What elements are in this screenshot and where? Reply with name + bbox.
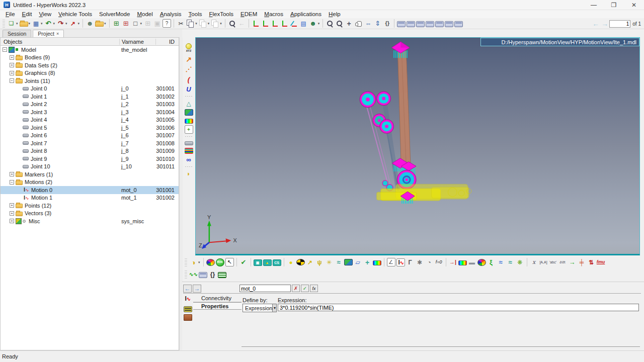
menu-applications[interactable]: Applications [287, 11, 325, 17]
user-view-icon[interactable]: ☻ [309, 19, 317, 28]
tree-row-joints-11[interactable]: −Joints (11) [1, 77, 179, 85]
expand-icon-graphics-8[interactable]: + [10, 71, 14, 75]
spline-tool-icon[interactable]: U [185, 85, 193, 94]
toolbar-grip[interactable] [185, 258, 187, 266]
plot-curves-icon[interactable]: ∿∿ [189, 270, 198, 279]
solid-entity-icon[interactable] [344, 259, 353, 265]
joint-tool-icon[interactable] [185, 141, 193, 145]
help-window-icon[interactable]: ? [163, 19, 171, 28]
graphics-viewport[interactable]: Y X Z D:/Hyperspawn/MotionView/HYP/Motio… [195, 37, 640, 255]
tree-row-model[interactable]: −Modelthe_model [1, 46, 179, 54]
undo-icon-caret[interactable]: ▾ [53, 22, 55, 26]
graphic-tool-icon[interactable]: ✦ [185, 125, 193, 134]
menu-solvermode[interactable]: SolverMode [96, 11, 133, 17]
spring-tool-icon[interactable] [185, 148, 193, 154]
new-window-icon[interactable]: ⊞ [112, 19, 121, 28]
image-plane-icon[interactable]: ▣ [254, 259, 262, 266]
tree-row-points-12[interactable]: +Points (12) [1, 202, 179, 210]
warning-set-icon[interactable]: ▲ [263, 259, 272, 266]
accept-button[interactable]: ✓ [301, 285, 309, 292]
tree-row-joint-5[interactable]: Joint 5j_5301006 [1, 124, 179, 132]
tree-row-graphics-8[interactable]: +Graphics (8) [1, 69, 179, 77]
pulley-1[interactable] [360, 92, 376, 108]
close-window-icon[interactable]: ⊞ [122, 19, 130, 28]
delete-button[interactable]: ✗ [292, 285, 300, 292]
page-prev-icon[interactable] [445, 21, 453, 27]
fan-entity-icon[interactable]: ψ [315, 258, 324, 266]
vector-entity-icon[interactable]: ↗ [306, 258, 314, 266]
damper-icon[interactable]: ▬ [468, 258, 476, 266]
stop-arrow-icon[interactable]: →| [449, 258, 457, 266]
tab-project[interactable]: Project × [33, 30, 64, 37]
page-next-icon[interactable] [454, 21, 463, 27]
arrows-horizontal-icon[interactable]: ⇔ [364, 19, 372, 28]
tree-row-motion-1[interactable]: Motion 1mot_1301002 [1, 194, 179, 202]
expand-icon-vectors-3[interactable]: + [10, 211, 14, 216]
color-wheel-icon[interactable] [206, 259, 215, 266]
zoom-fit-icon[interactable] [228, 20, 236, 28]
menu-edit[interactable]: Edit [19, 11, 36, 17]
view-iso-icon[interactable] [290, 20, 298, 28]
expand-icon-markers-1[interactable]: + [10, 172, 14, 176]
panel-forward-button[interactable]: → [193, 285, 201, 293]
organize-icon[interactable] [95, 22, 104, 27]
tree-row-joint-10[interactable]: Joint 10j_10301011 [1, 163, 179, 171]
ddt-icon[interactable]: ∂/∂t [558, 258, 567, 266]
view-xy-icon[interactable] [252, 20, 260, 28]
bushing-tool-icon[interactable]: ∞ [185, 155, 193, 164]
expand-icon-data-sets-2[interactable]: + [10, 63, 14, 67]
restore-button[interactable]: ❐ [604, 0, 624, 10]
pan-cross-icon[interactable]: + [345, 19, 353, 28]
table-copy-icon[interactable] [199, 272, 207, 278]
chevron-down-icon[interactable]: ▼ [272, 304, 276, 312]
pulley-4[interactable] [380, 119, 394, 133]
shade-mode-icon[interactable]: ◑ [189, 258, 198, 266]
braces-icon[interactable]: {} [208, 270, 217, 279]
varname-input[interactable] [239, 285, 291, 292]
view-xz-icon[interactable] [271, 20, 279, 28]
tree-row-markers-1[interactable]: +Markers (1) [1, 170, 179, 178]
new-session-icon-caret[interactable]: ▾ [16, 22, 18, 26]
page-cut-icon[interactable] [426, 21, 434, 27]
window-icon-caret[interactable]: ▾ [140, 22, 142, 26]
plate-stack-icon[interactable]: ≈ [497, 258, 505, 266]
expand-icon-points-12[interactable]: + [10, 203, 14, 208]
redo-icon[interactable]: ↷ [56, 19, 65, 28]
tab-connectivity[interactable]: Connectivity [193, 295, 242, 302]
export-ppt-icon[interactable]: ↗ [69, 19, 77, 28]
clock-gear-icon[interactable]: ◔ [425, 258, 434, 266]
expand-icon-bodies-9[interactable]: + [10, 55, 14, 60]
tree-row-joint-0[interactable]: Joint 0j_0301001 [1, 85, 179, 93]
page-number-input[interactable] [609, 20, 630, 28]
run-solver-icon[interactable]: RUN [216, 258, 224, 266]
page-new-icon[interactable] [397, 21, 406, 27]
page-capture-icon[interactable] [407, 21, 415, 27]
pulley-2[interactable] [377, 92, 391, 106]
tree-row-motion-0[interactable]: Motion 0mot_0301001 [1, 186, 179, 194]
tile-windows-icon[interactable]: ⊞ [143, 19, 152, 28]
select-cursor-icon[interactable]: ↖ [225, 258, 234, 266]
matrix-icon[interactable]: [A,A] [539, 258, 548, 266]
deformable-surface-tool-icon[interactable]: △ [185, 99, 193, 108]
open-session-icon[interactable] [20, 22, 28, 27]
actuator-icon[interactable]: Γ [406, 258, 415, 266]
shade-mode-icon-caret[interactable]: ▾ [198, 260, 200, 264]
tab-properties[interactable]: Properties [193, 302, 242, 310]
axes-entity-icon[interactable]: + [363, 258, 372, 266]
tree-row-joint-1[interactable]: Joint 1j_1301002 [1, 93, 179, 101]
cg-entity-icon[interactable] [296, 259, 305, 265]
panel-back-button[interactable]: ← [183, 285, 192, 293]
minimize-button[interactable]: — [584, 0, 604, 10]
spreadsheet-icon[interactable] [218, 272, 226, 278]
menu-tools[interactable]: Tools [185, 11, 206, 17]
view-yx-icon[interactable] [261, 20, 270, 28]
copy-icon[interactable] [186, 20, 195, 27]
tree-row-joint-3[interactable]: Joint 3j_3301004 [1, 108, 179, 116]
view-yz-icon[interactable] [280, 20, 289, 28]
menu-edem[interactable]: EDEM [237, 11, 261, 17]
menu-file[interactable]: File [2, 11, 19, 17]
measure-icon[interactable]: ∠ [387, 258, 395, 266]
cascade-windows-icon[interactable]: ▣ [153, 19, 162, 28]
apply-check-icon[interactable]: ✔ [239, 258, 248, 266]
menu-vehicle-tools[interactable]: Vehicle Tools [55, 11, 96, 17]
